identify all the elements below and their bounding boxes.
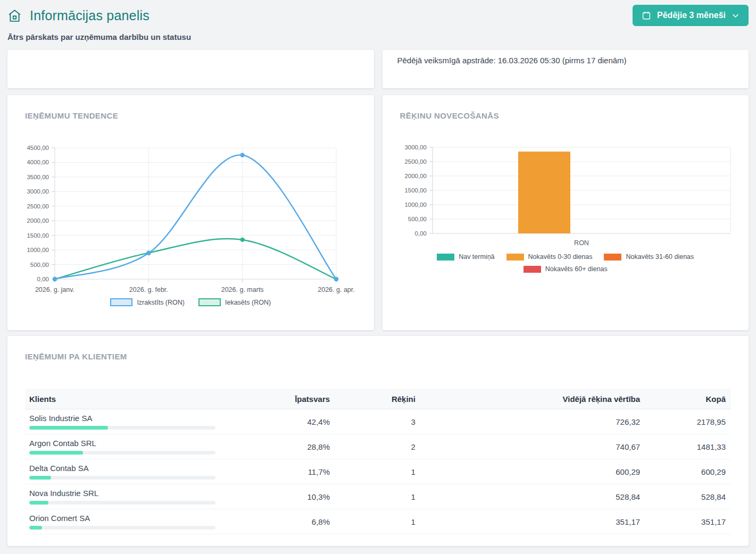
share-cell: 11,7% (276, 459, 335, 484)
invoice-aging-card: RĒĶINU NOVECOŠANĀS 0,00500,001000,001500… (383, 95, 749, 330)
legend-swatch (604, 254, 621, 261)
share-cell: 28,8% (276, 434, 335, 459)
clients-table-header: Klients Īpatsvars Rēķini Vidējā rēķina v… (25, 389, 731, 409)
legend-swatch (198, 298, 221, 306)
line-series (55, 155, 336, 279)
share-progress-fill (29, 526, 42, 530)
column-header-rekini: Rēķini (335, 389, 421, 409)
share-progress-track (29, 451, 215, 455)
column-header-ipatsvars: Īpatsvars (276, 389, 335, 409)
legend-label: Nokavēts 0-30 dienas (528, 253, 593, 261)
svg-text:3000,00: 3000,00 (404, 144, 427, 150)
share-progress-fill (29, 451, 83, 455)
svg-text:2026. g. marts: 2026. g. marts (221, 286, 264, 293)
revenue-by-clients-title: IEŅĒMUMI PA KLIENTIEM (25, 336, 731, 361)
period-filter-label: Pēdējie 3 mēneši (657, 11, 726, 20)
client-name: Orion Comert SA (29, 514, 276, 523)
avg-invoice-cell: 726,32 (421, 409, 645, 434)
svg-text:4000,00: 4000,00 (27, 159, 49, 165)
client-cell: Nova Industrie SRL (25, 484, 276, 509)
svg-text:3000,00: 3000,00 (27, 188, 49, 195)
client-name: Solis Industrie SA (29, 414, 276, 423)
client-cell: Orion Comert SA (25, 509, 276, 534)
client-cell: Argon Contab SRL (25, 434, 276, 459)
client-name: Argon Contab SRL (29, 439, 276, 448)
page-title: Informācijas panelis (30, 8, 149, 23)
svg-text:2026. g. janv.: 2026. g. janv. (35, 286, 74, 293)
top-cards-row: Pēdējā veiksmīgā apstrāde: 16.03.2026 05… (7, 50, 749, 88)
share-progress-fill (29, 426, 108, 430)
data-point (240, 238, 244, 242)
legend-label: Izrakstīts (RON) (137, 299, 185, 306)
data-point (146, 251, 151, 255)
legend-item[interactable]: Iekasēts (RON) (198, 298, 271, 306)
svg-text:2026. g. febr.: 2026. g. febr. (129, 286, 168, 293)
data-point (240, 153, 244, 157)
calendar-icon (642, 11, 651, 20)
revenue-trend-card: IEŅĒMUMU TENDENCE 0,00500,001000,001500,… (7, 95, 374, 330)
avg-invoice-cell: 600,29 (421, 459, 645, 484)
revenue-trend-title: IEŅĒMUMU TENDENCE (7, 95, 374, 120)
invoices-cell: 3 (335, 409, 421, 434)
invoices-cell: 1 (335, 459, 421, 484)
bar-category-label: RON (574, 239, 589, 247)
data-point (334, 277, 338, 281)
share-progress-fill (29, 501, 48, 505)
column-header-klients: Klients (25, 389, 276, 409)
clients-table: Klients Īpatsvars Rēķini Vidējā rēķina v… (25, 389, 731, 534)
period-filter-button[interactable]: Pēdējie 3 mēneši (633, 5, 749, 26)
client-row: Solis Industrie SA42,4%3726,322178,95 (25, 409, 731, 434)
data-point (53, 277, 57, 281)
svg-text:0,00: 0,00 (37, 276, 49, 282)
bar-segment (518, 152, 570, 233)
share-cell: 6,8% (276, 509, 335, 534)
share-progress-track (29, 476, 215, 480)
client-name: Delta Contab SA (29, 464, 276, 473)
share-cell: 10,3% (276, 484, 335, 509)
share-progress-fill (29, 476, 51, 480)
svg-text:500,00: 500,00 (408, 216, 426, 222)
avg-invoice-cell: 740,67 (421, 434, 645, 459)
client-cell: Delta Contab SA (25, 459, 276, 484)
legend-item[interactable]: Nokavēts 0-30 dienas (506, 253, 593, 261)
legend-label: Iekasēts (RON) (225, 299, 271, 306)
svg-text:0,00: 0,00 (414, 230, 426, 237)
legend-item[interactable]: Izrakstīts (RON) (110, 298, 185, 306)
svg-text:1500,00: 1500,00 (404, 187, 427, 194)
share-progress-track (29, 426, 215, 430)
avg-invoice-cell: 351,17 (421, 509, 645, 534)
svg-text:1000,00: 1000,00 (27, 247, 49, 253)
column-header-videja-rekina-vertiba: Vidējā rēķina vērtība (421, 389, 645, 409)
revenue-by-clients-card: IEŅĒMUMI PA KLIENTIEM Klients Īpatsvars … (7, 336, 749, 546)
client-row: Delta Contab SA11,7%1600,29600,29 (25, 459, 731, 484)
client-row: Argon Contab SRL28,8%2740,671481,33 (25, 434, 731, 459)
page-subtitle: Ātrs pārskats par uzņēmuma darbību un st… (7, 32, 749, 41)
legend-item[interactable]: Nav termiņā (437, 253, 494, 261)
home-icon[interactable] (7, 9, 22, 23)
revenue-trend-legend: Izrakstīts (RON)Iekasēts (RON) (7, 298, 374, 306)
svg-text:2500,00: 2500,00 (27, 203, 49, 209)
svg-text:3500,00: 3500,00 (27, 174, 49, 180)
share-cell: 42,4% (276, 409, 335, 434)
legend-swatch (437, 254, 454, 261)
client-cell: Solis Industrie SA (25, 409, 276, 434)
legend-swatch (506, 254, 524, 261)
share-progress-track (29, 526, 215, 530)
legend-item[interactable]: Nokavēts 60+ dienas (524, 265, 608, 273)
svg-text:4500,00: 4500,00 (27, 145, 49, 151)
svg-text:1000,00: 1000,00 (404, 202, 427, 208)
legend-item[interactable]: Nokavēts 31-60 dienas (604, 253, 694, 261)
invoices-cell: 2 (335, 434, 421, 459)
svg-text:500,00: 500,00 (30, 262, 49, 268)
avg-invoice-cell: 528,84 (421, 484, 645, 509)
column-header-kopa: Kopā (645, 389, 731, 409)
share-progress-track (29, 501, 215, 505)
invoice-aging-chart: 0,00500,001000,001500,002000,002500,0030… (383, 140, 746, 257)
client-name: Nova Industrie SRL (29, 489, 276, 498)
legend-swatch (524, 266, 541, 273)
last-processing-status: Pēdējā veiksmīgā apstrāde: 16.03.2026 05… (383, 50, 749, 65)
svg-text:2026. g. apr.: 2026. g. apr. (318, 286, 355, 293)
invoices-cell: 1 (335, 509, 421, 534)
revenue-trend-chart: 0,00500,001000,001500,002000,002500,0030… (7, 140, 372, 300)
invoices-cell: 1 (335, 484, 421, 509)
